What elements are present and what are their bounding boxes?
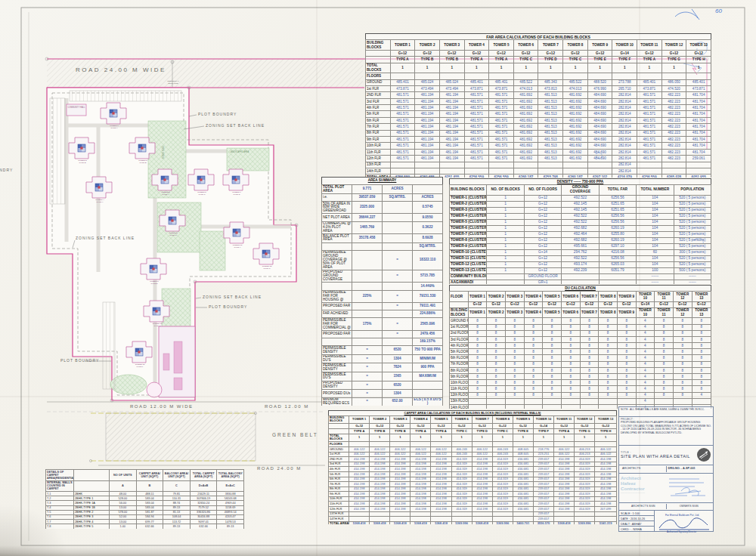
plot-boundry-label: PLOT BOUNDRY bbox=[198, 112, 237, 116]
plot-boundry-label-left: PLOT BOUNDRY bbox=[0, 168, 13, 172]
tower-label: TOWER 4TYPE A bbox=[86, 199, 113, 203]
tower-label: TOWER 13TYPE H bbox=[144, 323, 171, 327]
green-belt-label: GREEN BELT bbox=[272, 432, 318, 437]
dealt-by: DEALT : ABHAY bbox=[619, 521, 654, 527]
parking-strip bbox=[50, 98, 65, 204]
area-summary-table: AREA SUMMARYTOTAL PLOT AREA9.771ACRESi.e… bbox=[321, 177, 443, 406]
tower-label: TOWER 3TYPE B bbox=[129, 159, 156, 164]
owner-sign-label: OWNER'S SIGN bbox=[667, 504, 712, 509]
owner-signature: For Eternal Buildcom Pvt. Ltd. Authorise… bbox=[655, 511, 713, 531]
approval-stamp bbox=[666, 474, 711, 502]
parking-strip bbox=[70, 91, 181, 101]
du-calculation-table: DU CALCULATIONFLOORTOWER 1TOWER 2TOWER 3… bbox=[449, 285, 711, 409]
checked-by: CHKD : - NISHA bbox=[619, 527, 654, 531]
road-24m-label: ROAD 24.00 M WIDE bbox=[76, 66, 166, 73]
title-block: NOTE : ALL SHEAR WALLS ARE 80MM, 100MM &… bbox=[618, 406, 714, 532]
tower-label: TOWER 6TYPE C bbox=[188, 191, 215, 196]
drawing-title: TITLE :SITE PLAN WITH AREA DETAIL bbox=[619, 446, 713, 466]
architects-label: ARCHITECTS bbox=[621, 466, 667, 472]
open-green-area bbox=[200, 231, 225, 270]
tower-label: TOWER 12TYPE G bbox=[253, 265, 280, 270]
tower-label: TOWER 7TYPE D bbox=[223, 191, 250, 196]
zoning-label: ZONING SET BACK LINE bbox=[203, 295, 262, 299]
plot-boundry-label: PLOT BOUNDRY bbox=[60, 358, 99, 363]
shear-wall-note: NOTE : ALL SHEAR WALLS ARE 80MM, 100MM &… bbox=[619, 407, 713, 417]
open-green-label: OPEN GREEN bbox=[161, 146, 163, 159]
drawing-number: DRG.NO. - A-SP-001 bbox=[667, 466, 712, 472]
community-hall-label: COMMUNITY HALL bbox=[67, 107, 86, 109]
tower-label: TOWER 2TYPE B bbox=[69, 159, 96, 164]
page-edge-shadow bbox=[0, 545, 756, 556]
green-oval bbox=[110, 375, 147, 394]
tower-label: TOWER 11TYPE A bbox=[224, 244, 251, 249]
tower-label: TOWER 10TYPE F bbox=[126, 363, 153, 368]
far-area-table: FAR AREA CALCULATIONS OF EACH BUILDING B… bbox=[365, 33, 711, 178]
paper-crease bbox=[639, 0, 640, 556]
paper-crease bbox=[0, 396, 756, 397]
carpet-details-table: DETAILS OF CARPET AREA(RESIDENTIAL)NO OF… bbox=[45, 469, 244, 529]
residential-entrance-label: RESIDENTIAL ENTRANCE bbox=[163, 80, 183, 85]
road-12m-label: ROAD 12.00 M bbox=[265, 404, 309, 409]
firm-logo-icon bbox=[696, 447, 711, 462]
drawing-meta: SCALE : 1:100 DATE : 2016.10.26 DEALT : … bbox=[619, 511, 655, 531]
scale: SCALE : 1:100 bbox=[619, 511, 654, 516]
density-table: DENSITY ------ 750-900 PPABUILDING BLOCK… bbox=[449, 178, 711, 284]
zoning-label: ZONING SET BACK LINE bbox=[76, 236, 135, 240]
tower-label: TOWER 5TYPE A bbox=[152, 191, 179, 196]
firm-name: Architect Hafeez Contractor ────────────… bbox=[621, 474, 666, 502]
tower-label: TOWER 1TYPE A bbox=[101, 125, 128, 129]
project-description: PROJECT : PROPOSED BUILDING PLAN AFFORDA… bbox=[619, 417, 713, 446]
parking-strip bbox=[103, 302, 115, 389]
tower-label: TOWER 9TYPE E bbox=[141, 280, 168, 285]
road-12m-wide-label: ROAD 12.00 M WIDE bbox=[130, 404, 194, 409]
handwritten-60: 60 bbox=[715, 8, 722, 14]
landscaped-area-label: LANDSCAPED AREA bbox=[230, 151, 249, 153]
architect-sign-label: ARCHITECT'S SIGN bbox=[621, 504, 667, 509]
zoning-label: ZONING SET BACK LINE bbox=[206, 123, 265, 128]
drawing-sheet: ROAD 24.00 M WIDE PLOT BOUNDRY ZONING SE… bbox=[0, 0, 756, 556]
green-belt bbox=[106, 413, 256, 461]
tower-label: TOWER 8TYPE C bbox=[160, 232, 187, 236]
plot-boundry-label: PLOT BOUNDRY bbox=[209, 304, 247, 309]
road-24m-bottom-label: ROAD 24.00 M bbox=[257, 466, 302, 471]
carpet-area-table: CARPET AREA CALCULATIONS OF EACH BUILDIN… bbox=[328, 410, 617, 524]
paper-crease bbox=[316, 0, 318, 556]
date: DATE : 2016.10.26 bbox=[619, 516, 654, 521]
